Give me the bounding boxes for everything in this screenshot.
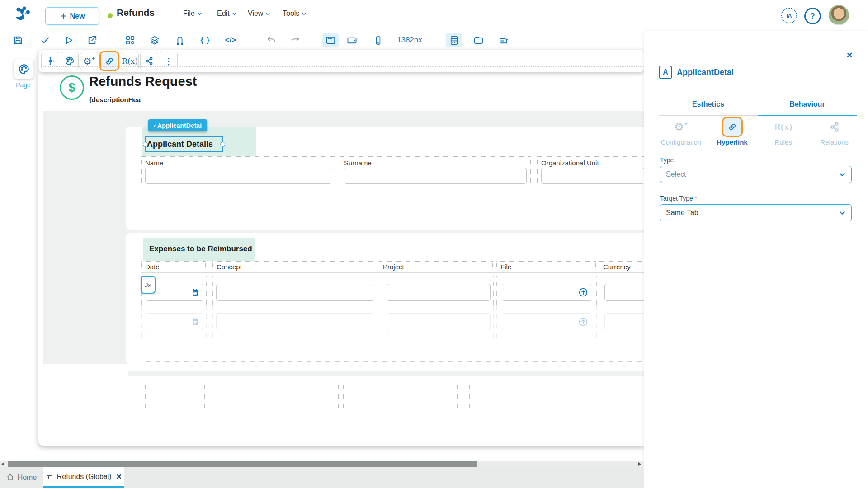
subnav-hyperlink-active[interactable]: Hyperlink xyxy=(707,118,758,146)
subnav-configuration[interactable]: ⚙✦ Configuration xyxy=(656,118,707,146)
user-avatar[interactable] xyxy=(829,5,849,25)
resize-handle-right[interactable] xyxy=(220,142,225,147)
layers-icon xyxy=(150,35,160,45)
column-header-date[interactable]: Date xyxy=(141,261,206,271)
column-header-concept[interactable]: Concept xyxy=(212,261,375,271)
field-surname-input[interactable] xyxy=(344,168,527,184)
redo-button[interactable] xyxy=(287,33,303,47)
empty-grid-cell[interactable] xyxy=(598,380,644,409)
empty-grid-cell[interactable] xyxy=(145,380,205,409)
run-preview-button[interactable] xyxy=(61,33,77,47)
column-header-project[interactable]: Project xyxy=(379,261,493,271)
field-surname[interactable]: Surname xyxy=(340,156,531,187)
scroll-right-arrow[interactable] xyxy=(638,462,641,466)
export-button[interactable] xyxy=(84,33,100,47)
concept-input[interactable] xyxy=(216,284,374,301)
undo-button[interactable] xyxy=(263,33,279,47)
filter-icon xyxy=(499,35,509,46)
field-surname-label: Surname xyxy=(340,157,530,168)
help-label: ? xyxy=(810,12,815,21)
panel-divider xyxy=(659,89,857,89)
save-button[interactable] xyxy=(10,33,26,47)
components-button[interactable] xyxy=(122,33,138,47)
form-canvas[interactable]: $ Refunds Request {descriptionHea ‹ Appl… xyxy=(38,50,644,446)
empty-grid-cell[interactable] xyxy=(343,380,458,409)
horizontal-scrollbar[interactable] xyxy=(0,461,644,467)
source-code-button[interactable]: </> xyxy=(222,33,239,47)
tablet-view-button[interactable] xyxy=(344,33,360,47)
form-description-token[interactable]: {descriptionHea xyxy=(89,96,141,103)
editor-toolbar: { } </> 1382px xyxy=(0,31,644,50)
desktop-icon xyxy=(326,35,336,46)
desktop-view-button[interactable] xyxy=(322,33,339,47)
panel-sections-icon xyxy=(449,35,459,46)
page-tool[interactable] xyxy=(14,59,34,79)
selected-heading[interactable]: Applicant Details xyxy=(145,136,223,152)
empty-grid-cell[interactable] xyxy=(213,380,339,409)
menu-file[interactable]: File xyxy=(183,9,202,18)
scrollbar-thumb[interactable] xyxy=(8,461,477,467)
concept-input[interactable] xyxy=(216,313,374,330)
breadcrumb-chip[interactable]: ‹ ApplicantDetai xyxy=(148,119,207,131)
panel-title: ApplicantDetai xyxy=(677,68,734,77)
expenses-heading-text[interactable]: Expenses to be Reimbursed xyxy=(149,244,252,253)
field-org-unit-input[interactable] xyxy=(541,168,644,184)
filter-button[interactable] xyxy=(496,33,512,47)
file-input[interactable] xyxy=(502,284,592,301)
help-icon[interactable]: ? xyxy=(804,8,821,24)
field-name-input[interactable] xyxy=(145,168,331,184)
expressions-button[interactable]: { } xyxy=(197,33,213,47)
subnav-relations[interactable]: Relations xyxy=(809,118,860,146)
menu-view[interactable]: View xyxy=(248,9,270,18)
form-title[interactable]: Refunds Request xyxy=(89,74,197,89)
tab-close-icon[interactable]: ✕ xyxy=(116,473,122,481)
phone-view-button[interactable] xyxy=(370,33,386,47)
resize-handle-left[interactable] xyxy=(143,142,148,147)
ia-assistant-icon[interactable]: IA xyxy=(781,8,797,23)
connections-button[interactable] xyxy=(172,33,188,47)
tab-refunds-global-active[interactable]: Refunds (Global) ✕ xyxy=(43,467,124,488)
project-input[interactable] xyxy=(387,313,491,330)
panel-close-button[interactable]: ✕ xyxy=(846,51,853,60)
tab-home[interactable]: Home xyxy=(0,467,43,488)
column-header-currency[interactable]: Currency xyxy=(599,261,644,271)
kebab-menu-icon: ⋮ xyxy=(165,56,173,66)
window-tab-button[interactable] xyxy=(470,33,486,47)
page-header-block[interactable] xyxy=(43,66,644,113)
field-org-unit[interactable]: Organizational Unit xyxy=(537,156,644,187)
type-dropdown[interactable]: Select xyxy=(660,166,852,183)
field-org-unit-label: Organizational Unit xyxy=(538,157,644,168)
calendar-icon[interactable] xyxy=(191,288,199,297)
section-divider-bar xyxy=(128,371,644,376)
menu-edit[interactable]: Edit xyxy=(217,9,237,18)
currency-input[interactable] xyxy=(604,313,644,330)
tab-behaviour[interactable]: Behaviour xyxy=(758,95,857,116)
upload-icon[interactable] xyxy=(578,287,588,297)
validate-button[interactable] xyxy=(37,33,53,47)
file-input[interactable] xyxy=(502,313,592,330)
tab-esthetics[interactable]: Esthetics xyxy=(659,95,758,116)
subnav-rules[interactable]: R(x) Rules xyxy=(758,118,809,146)
app-logo-icon[interactable] xyxy=(13,5,33,25)
structure-panel-button[interactable] xyxy=(446,33,462,47)
currency-input[interactable] xyxy=(604,284,644,301)
date-input[interactable] xyxy=(146,313,203,330)
layers-button[interactable] xyxy=(146,33,163,47)
scroll-left-arrow[interactable] xyxy=(1,462,4,466)
new-button[interactable]: New xyxy=(45,7,99,25)
menu-tools[interactable]: Tools xyxy=(283,9,307,18)
column-header-file[interactable]: File xyxy=(496,261,596,271)
empty-grid-cell[interactable] xyxy=(469,380,583,409)
money-icon: $ xyxy=(60,75,84,100)
js-script-badge[interactable]: Js xyxy=(141,276,156,294)
menu-tools-label: Tools xyxy=(283,9,299,18)
chevron-down-icon xyxy=(265,11,270,16)
rules-rx-icon: R(x) xyxy=(774,118,793,136)
type-field-label: Type xyxy=(660,156,674,164)
field-name[interactable]: Name xyxy=(141,156,335,187)
status-dot xyxy=(108,13,113,18)
form-page-icon xyxy=(46,473,53,480)
target-type-dropdown[interactable]: Same Tab xyxy=(660,204,852,221)
ia-label: IA xyxy=(787,13,792,19)
project-input[interactable] xyxy=(387,284,491,301)
